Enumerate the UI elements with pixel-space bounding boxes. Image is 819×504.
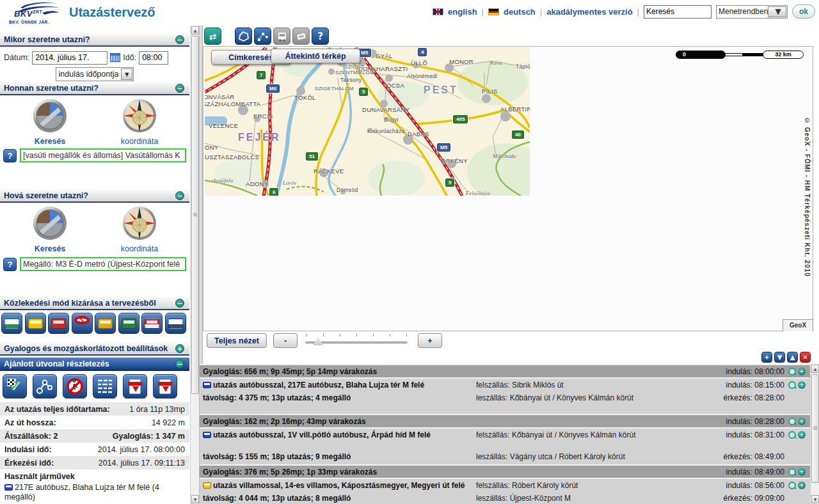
language-link-english[interactable]: english	[448, 7, 477, 17]
map-canvas[interactable]: GYÁLÜLLŐMONORKávaTápiószerDUNAHARASZTIAl…	[205, 47, 530, 196]
plan-route-button[interactable]: ✓	[3, 374, 27, 398]
scrollbar-thumb[interactable]	[811, 374, 819, 483]
help-icon[interactable]: ?	[3, 149, 17, 162]
vehicle-info-button[interactable]	[273, 28, 290, 45]
magnifier-icon[interactable]	[788, 482, 796, 489]
collapse-icon[interactable]: −	[175, 191, 184, 200]
scroll-up-icon[interactable]: ▲	[191, 26, 199, 35]
geox-tab[interactable]: GeoX	[783, 319, 813, 331]
route-points-button[interactable]	[33, 374, 57, 398]
search-scope-select[interactable]: Menetrendben ▼	[716, 5, 788, 19]
collapse-icon[interactable]: −	[175, 35, 184, 44]
swap-from-to-button[interactable]: ⇄	[204, 28, 221, 45]
mode-icon-hev[interactable]	[95, 313, 116, 334]
itinerary-walk-row[interactable]: Gyaloglás: 656 m; 9p 45mp; 5p 14mp várak…	[200, 364, 811, 377]
help-icon[interactable]: ?	[3, 258, 17, 271]
mode-icon-nostalgia[interactable]	[141, 313, 163, 334]
to-field[interactable]	[20, 257, 186, 271]
time-field[interactable]	[139, 51, 168, 65]
full-view-button[interactable]: Teljes nézet	[207, 333, 267, 348]
hev-icon	[98, 319, 113, 329]
no-walking-icon	[66, 377, 84, 395]
itinerary-scrollbar[interactable]: ▲ ▼	[810, 364, 819, 504]
ok-button[interactable]: ok	[792, 4, 815, 19]
expand-icon[interactable]: +	[175, 344, 184, 353]
zoom-in-button[interactable]: +	[418, 333, 442, 348]
collapse-icon[interactable]: −	[175, 84, 184, 93]
mode-exclude-row	[1, 313, 189, 334]
date-field[interactable]	[32, 51, 107, 65]
pdf-export-button[interactable]	[123, 374, 147, 398]
section-modes-header[interactable]: Közlekedési mód kizárása a tervezésből −	[0, 297, 189, 310]
move-down-icon[interactable]: ▼	[774, 352, 785, 363]
section-from-header[interactable]: Honnan szeretne utazni? −	[0, 82, 189, 95]
from-search-button[interactable]: Keresés	[12, 98, 88, 146]
map-viewport[interactable]: GYÁLÜLLŐMONORKávaTápiószerDUNAHARASZTIAl…	[203, 46, 813, 331]
to-coordinate-button[interactable]: koordináta	[101, 206, 178, 253]
mode-icon-trolleybus[interactable]	[1, 313, 22, 334]
language-link-deutsch[interactable]: deutsch	[504, 7, 536, 17]
zoom-slider-thumb[interactable]	[313, 336, 323, 345]
brand-text: BKVZRT	[14, 9, 42, 19]
zoom-out-button[interactable]: -	[273, 333, 298, 348]
scroll-down-icon[interactable]: ▼	[191, 495, 199, 503]
text-itinerary-button[interactable]	[93, 374, 117, 398]
section-details-header[interactable]: Ajánlott útvonal részletezés −	[0, 358, 189, 371]
route-segment-button[interactable]	[254, 28, 271, 45]
section-walking-header[interactable]: Gyalogos és mozgáskorlátozott beállításo…	[0, 342, 189, 356]
collapse-icon[interactable]: −	[175, 359, 184, 368]
scroll-down-icon[interactable]: ▼	[811, 495, 819, 503]
add-stop-icon[interactable]: +	[798, 368, 806, 375]
magnifier-icon[interactable]	[788, 418, 796, 425]
magnifier-icon[interactable]	[788, 468, 796, 476]
departure-type-select[interactable]: indulás időpontja ▼	[56, 67, 134, 81]
map-help-button[interactable]: ?	[312, 28, 329, 45]
add-icon[interactable]: +	[761, 352, 772, 363]
pdf-export-detailed-button[interactable]	[153, 374, 177, 398]
itinerary-ride-row[interactable]: utazás villamossal, 14-es villamos, Kápo…	[200, 478, 811, 492]
add-stop-icon[interactable]: +	[798, 431, 806, 439]
sidebar-scrollbar[interactable]: ▲ ▼	[190, 26, 199, 504]
itinerary-walk-row[interactable]: Gyaloglás: 376 m; 5p 26mp; 1p 33mp várak…	[200, 464, 811, 478]
mode-icon-bus[interactable]	[48, 313, 69, 334]
scrollbar-thumb[interactable]	[191, 36, 199, 394]
itinerary-ride-row[interactable]: utazás autóbusszal, 1V vill.pótló autóbu…	[200, 427, 811, 450]
section-when-header[interactable]: Mikor szeretne utazni? −	[0, 33, 189, 47]
close-icon[interactable]: ✕	[800, 352, 811, 363]
no-walking-button[interactable]	[63, 374, 87, 398]
zoom-slider[interactable]	[305, 333, 408, 348]
polygon-select-button[interactable]	[235, 28, 252, 45]
add-stop-icon[interactable]: +	[798, 418, 806, 425]
road-number-badge: M5	[437, 143, 450, 152]
add-stop-icon[interactable]: +	[798, 468, 806, 476]
ticket-info-button[interactable]	[292, 28, 310, 45]
pdf-icon	[129, 379, 141, 394]
move-up-icon[interactable]: ▲	[787, 352, 798, 363]
calendar-icon[interactable]	[110, 53, 120, 62]
mode-icon-exclude[interactable]	[72, 313, 93, 334]
section-to-header[interactable]: Hová szeretne utazni? −	[0, 189, 189, 203]
search-input[interactable]	[644, 5, 712, 19]
add-stop-icon[interactable]: +	[798, 482, 806, 489]
road-number-badge: 4	[418, 48, 427, 56]
mode-icon-tram[interactable]	[25, 313, 46, 334]
mode-icon-train[interactable]	[118, 313, 139, 334]
from-field[interactable]	[20, 148, 186, 162]
uk-flag-icon	[433, 8, 443, 15]
magnifier-icon[interactable]	[788, 431, 796, 439]
collapse-icon[interactable]: −	[175, 299, 184, 308]
scroll-up-icon[interactable]: ▲	[811, 365, 819, 373]
chevron-down-icon[interactable]: ▼	[768, 6, 786, 17]
itinerary-walk-row[interactable]: Gyaloglás: 162 m; 2p 16mp; 43mp várakozá…	[200, 414, 811, 427]
bkv-logo[interactable]: BKVZRT BKV. ÖNNEK JÁR.	[5, 1, 66, 24]
accessible-version-link[interactable]: akadálymentes verzió	[546, 7, 632, 17]
itinerary-ride-row[interactable]: utazás autóbusszal, 217E autóbusz, Blaha…	[200, 377, 811, 391]
from-coordinate-button[interactable]: koordináta	[101, 98, 178, 146]
overview-map-tab[interactable]: Áttekintő térkép	[271, 49, 360, 63]
add-stop-icon[interactable]: +	[798, 381, 806, 389]
mode-icon-boat[interactable]	[165, 313, 186, 334]
magnifier-icon[interactable]	[788, 381, 796, 389]
to-search-button[interactable]: Keresés	[12, 206, 88, 253]
german-flag-icon	[488, 8, 499, 15]
magnifier-icon[interactable]	[788, 368, 796, 375]
